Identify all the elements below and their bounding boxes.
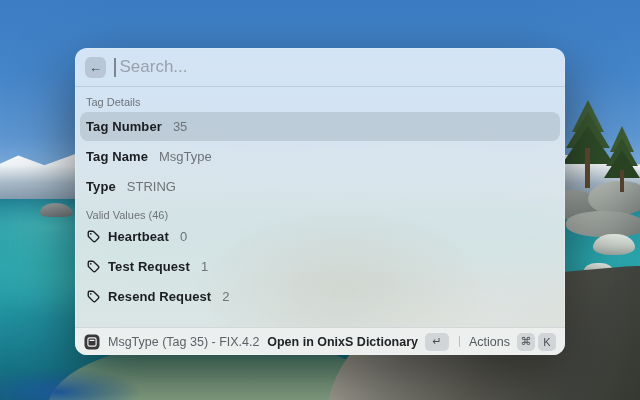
- row-label: Resend Request: [108, 289, 211, 304]
- row-value: 35: [173, 119, 187, 134]
- row-tag-name[interactable]: Tag Name MsgType: [80, 142, 560, 171]
- wallpaper-pine-trees: [552, 86, 640, 194]
- actions-label: Actions: [469, 335, 510, 349]
- primary-action-label: Open in OnixS Dictionary: [267, 335, 418, 349]
- row-valid-value-resend-request[interactable]: Resend Request 2: [80, 282, 560, 311]
- enter-key-icon: ↵: [425, 333, 449, 351]
- section-header-tag-details: Tag Details: [80, 96, 560, 108]
- status-bar: MsgType (Tag 35) - FIX.4.2 Open in OnixS…: [75, 327, 565, 355]
- divider: [75, 86, 565, 87]
- row-value: 0: [180, 229, 187, 244]
- text-caret: [114, 58, 116, 77]
- tag-icon: [86, 229, 101, 244]
- row-tag-number[interactable]: Tag Number 35: [80, 112, 560, 141]
- search-bar: ←: [75, 48, 565, 86]
- row-label: Tag Name: [86, 149, 148, 164]
- row-label: Test Request: [108, 259, 190, 274]
- row-value: STRING: [127, 179, 176, 194]
- extension-icon: [84, 334, 100, 350]
- row-label: Type: [86, 179, 116, 194]
- tag-icon: [86, 289, 101, 304]
- section-header-valid-values: Valid Values (46): [80, 209, 560, 221]
- wallpaper-white-boulder: [593, 234, 635, 255]
- divider: [459, 336, 460, 347]
- primary-action-button[interactable]: Open in OnixS Dictionary ↵: [267, 333, 449, 351]
- row-value: MsgType: [159, 149, 212, 164]
- desktop: ← Tag Details Tag Number 35 Tag Name Msg…: [0, 0, 640, 400]
- status-bar-actions: Open in OnixS Dictionary ↵ Actions ⌘ K: [267, 333, 556, 351]
- status-bar-context: MsgType (Tag 35) - FIX.4.2: [84, 334, 259, 350]
- context-title: MsgType (Tag 35) - FIX.4.2: [108, 335, 259, 349]
- search-input[interactable]: [118, 56, 556, 78]
- k-key-icon: K: [538, 333, 556, 351]
- tag-icon: [86, 259, 101, 274]
- row-label: Heartbeat: [108, 229, 169, 244]
- back-button[interactable]: ←: [85, 57, 106, 78]
- row-valid-value-heartbeat[interactable]: Heartbeat 0: [80, 222, 560, 251]
- row-value: 1: [201, 259, 208, 274]
- launcher-window: ← Tag Details Tag Number 35 Tag Name Msg…: [75, 48, 565, 355]
- wallpaper-deep-water: [0, 368, 140, 400]
- wallpaper-shore-rock: [566, 211, 640, 237]
- back-arrow-icon: ←: [89, 61, 102, 74]
- actions-menu-button[interactable]: Actions ⌘ K: [469, 333, 556, 351]
- row-type[interactable]: Type STRING: [80, 172, 560, 201]
- row-value: 2: [222, 289, 229, 304]
- results-list: Tag Details Tag Number 35 Tag Name MsgTy…: [75, 96, 565, 311]
- command-key-icon: ⌘: [517, 333, 535, 351]
- row-label: Tag Number: [86, 119, 162, 134]
- row-valid-value-test-request[interactable]: Test Request 1: [80, 252, 560, 281]
